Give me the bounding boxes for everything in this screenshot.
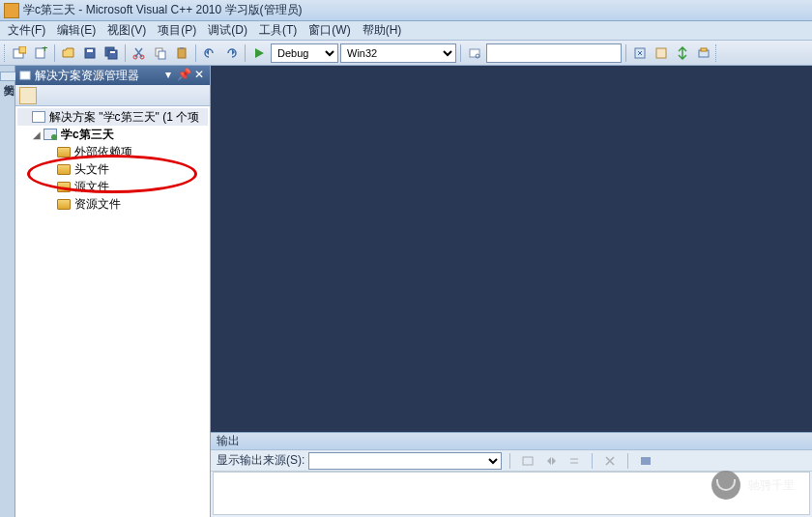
menubar: 文件(F) 编辑(E) 视图(V) 项目(P) 调试(D) 工具(T) 窗口(W…	[0, 21, 812, 41]
tree-resource-files[interactable]: 资源文件	[17, 195, 208, 213]
svg-rect-14	[180, 47, 184, 49]
add-item-button[interactable]: +	[31, 43, 50, 63]
tree-solution-node[interactable]: 解决方案 "学c第三天" (1 个项	[17, 108, 208, 126]
tree-project-node[interactable]: ◢ 学c第三天	[17, 126, 208, 143]
solution-explorer-panel: 解决方案资源管理器 ▾ 📌 ✕ 解决方案 "学c第三天" (1 个项 ◢ 学c第…	[15, 66, 211, 517]
find-button[interactable]	[465, 43, 484, 63]
menu-project[interactable]: 项目(P)	[152, 20, 202, 41]
main-toolbar: + Debug Win32	[0, 41, 812, 66]
svg-rect-18	[656, 48, 666, 58]
svg-rect-23	[641, 457, 651, 465]
node-label: 头文件	[74, 161, 109, 178]
config-dropdown[interactable]: Debug	[271, 43, 338, 63]
menu-edit[interactable]: 编辑(E)	[51, 20, 102, 41]
cut-button[interactable]	[130, 43, 149, 63]
menu-tools[interactable]: 工具(T)	[253, 20, 303, 41]
platform-dropdown[interactable]: Win32	[340, 43, 456, 63]
panel-toolbar	[15, 85, 210, 106]
editor-area: 输出 显示输出来源(S):	[211, 66, 812, 517]
undo-button[interactable]	[200, 43, 219, 63]
output-toolbar: 显示输出来源(S):	[211, 450, 812, 472]
folder-icon	[56, 180, 72, 193]
output-btn-2[interactable]	[541, 452, 561, 470]
collapse-icon[interactable]: ◢	[31, 129, 43, 140]
ext-button-4[interactable]	[694, 43, 713, 63]
tree-external-deps[interactable]: 外部依赖项	[17, 143, 208, 160]
menu-window[interactable]: 窗口(W)	[303, 20, 356, 41]
save-button[interactable]	[80, 43, 100, 63]
project-label: 学c第三天	[61, 127, 114, 143]
toolbar-grip[interactable]	[4, 44, 8, 62]
paste-button[interactable]	[172, 43, 191, 63]
svg-rect-8	[110, 51, 115, 53]
window-title: 学c第三天 - Microsoft Visual C++ 2010 学习版(管理…	[23, 2, 303, 18]
output-clear-button[interactable]	[600, 452, 620, 470]
output-source-dropdown[interactable]	[308, 452, 502, 470]
panel-title: 解决方案资源管理器	[35, 68, 139, 84]
output-text-area[interactable]	[213, 472, 810, 515]
editor-background[interactable]	[211, 66, 812, 432]
ext-button-2[interactable]	[652, 43, 671, 63]
ext-button-3[interactable]	[673, 43, 692, 63]
output-wrap-button[interactable]	[636, 452, 655, 470]
toolbar-overflow[interactable]	[715, 44, 719, 62]
ext-button-1[interactable]	[630, 43, 650, 63]
solution-icon	[31, 110, 46, 124]
app-icon	[4, 3, 19, 18]
panel-header: 解决方案资源管理器 ▾ 📌 ✕	[15, 66, 210, 85]
node-label: 源文件	[74, 179, 109, 195]
node-label: 外部依赖项	[74, 144, 132, 160]
solution-label: 解决方案 "学c第三天" (1 个项	[49, 109, 199, 126]
svg-rect-13	[178, 48, 186, 58]
save-all-button[interactable]	[102, 43, 121, 63]
start-debug-button[interactable]	[249, 43, 269, 63]
svg-rect-15	[470, 49, 479, 57]
project-icon	[43, 128, 58, 141]
menu-view[interactable]: 视图(V)	[102, 20, 152, 41]
menu-debug[interactable]: 调试(D)	[202, 20, 253, 41]
svg-rect-22	[523, 457, 533, 465]
svg-rect-12	[159, 51, 165, 59]
svg-rect-1	[19, 46, 26, 53]
open-button[interactable]	[59, 43, 78, 63]
output-btn-1[interactable]	[518, 452, 537, 470]
folder-icon	[56, 197, 72, 211]
solution-tree[interactable]: 解决方案 "学c第三天" (1 个项 ◢ 学c第三天 外部依赖项 头文件 源文件	[15, 106, 210, 517]
panel-close-button[interactable]: ✕	[192, 69, 206, 82]
output-panel: 输出 显示输出来源(S):	[211, 432, 812, 517]
panel-dropdown-button[interactable]: ▾	[161, 69, 175, 82]
node-label: 资源文件	[74, 196, 121, 213]
new-project-button[interactable]	[10, 43, 29, 63]
svg-rect-5	[87, 49, 93, 52]
copy-button[interactable]	[151, 43, 170, 63]
menu-help[interactable]: 帮助(H)	[357, 20, 408, 41]
svg-rect-20	[701, 48, 707, 51]
svg-text:+: +	[42, 46, 47, 55]
panel-icon	[19, 70, 31, 81]
output-header[interactable]: 输出	[211, 433, 812, 450]
panel-home-button[interactable]	[19, 87, 37, 104]
output-title: 输出	[217, 433, 240, 449]
search-box[interactable]	[486, 43, 622, 63]
panel-pin-button[interactable]: 📌	[177, 69, 190, 82]
titlebar: 学c第三天 - Microsoft Visual C++ 2010 学习版(管理…	[0, 0, 812, 21]
folder-icon	[56, 162, 72, 176]
redo-button[interactable]	[221, 43, 241, 63]
folder-icon	[56, 145, 72, 158]
tree-source-files[interactable]: 源文件	[17, 178, 208, 195]
output-btn-3[interactable]	[565, 452, 584, 470]
svg-rect-21	[20, 72, 30, 79]
output-source-label: 显示输出来源(S):	[217, 452, 304, 469]
menu-file[interactable]: 文件(F)	[2, 20, 51, 41]
tree-header-files[interactable]: 头文件	[17, 160, 208, 178]
left-dock-tab[interactable]: 文档大纲	[0, 66, 15, 517]
